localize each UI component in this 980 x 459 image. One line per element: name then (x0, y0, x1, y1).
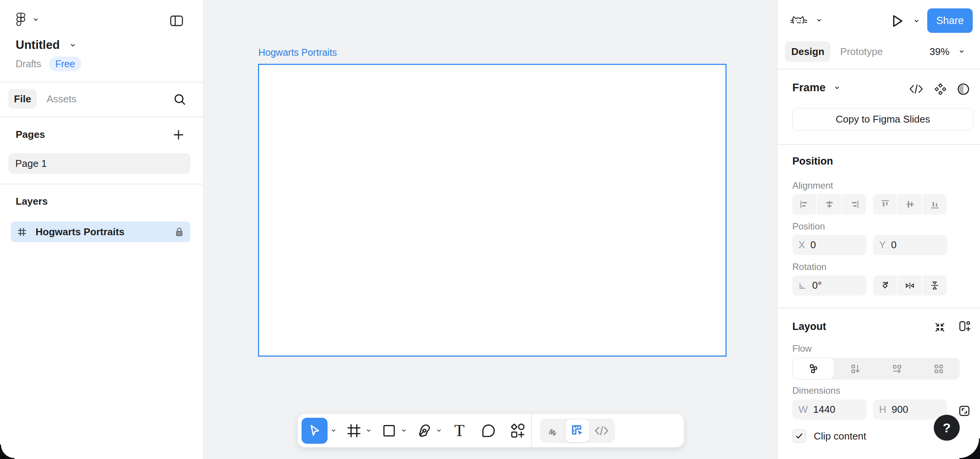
present-options-chevron-icon[interactable] (913, 18, 920, 24)
flow-grid-option[interactable] (918, 364, 960, 374)
comment-bubble-icon (481, 423, 496, 438)
draw-mode-button[interactable] (541, 419, 566, 443)
main-menu-button[interactable] (16, 13, 39, 27)
zoom-menu[interactable]: 39% (930, 41, 965, 62)
move-cursor-icon (307, 423, 322, 438)
pen-tool[interactable] (415, 419, 433, 442)
y-label: Y (879, 239, 886, 251)
help-button[interactable]: ? (934, 415, 960, 441)
y-position-input[interactable]: Y 0 (873, 235, 947, 255)
selection-type-menu[interactable]: Frame (792, 81, 840, 94)
variable-modes-icon[interactable] (957, 83, 970, 95)
align-right-button[interactable] (842, 194, 866, 215)
plan-badge[interactable]: Free (49, 57, 81, 71)
pen-icon (416, 423, 432, 439)
design-ruler-cursor-icon (571, 424, 584, 438)
breadcrumb-drafts[interactable]: Drafts (16, 58, 41, 69)
file-name: Untitled (16, 38, 60, 52)
y-value: 0 (891, 239, 896, 251)
copy-to-slides-button[interactable]: Copy to Figma Slides (792, 108, 974, 131)
actions-tool[interactable] (509, 419, 526, 442)
figma-logo-icon (16, 13, 26, 27)
mode-switcher (540, 419, 615, 443)
collapse-panel-icon[interactable] (170, 15, 183, 26)
h-label: H (879, 404, 886, 415)
layer-name: Hogwarts Portraits (36, 226, 166, 238)
width-input[interactable]: W 1440 (792, 399, 866, 420)
position-label: Position (792, 221, 825, 232)
dev-mode-code-icon (595, 426, 608, 435)
pen-tool-options-chevron[interactable] (433, 419, 445, 442)
h-value: 900 (892, 404, 908, 415)
flow-segmented-control (792, 358, 960, 380)
rotate-90-button[interactable] (873, 275, 897, 296)
clip-content-checkbox[interactable] (792, 429, 806, 443)
design-mode-button[interactable] (566, 419, 589, 442)
frame-tool-options-chevron[interactable] (363, 419, 374, 442)
frame-layer-icon (18, 228, 26, 236)
align-vertical-centers-button[interactable] (898, 194, 922, 215)
tab-assets[interactable]: Assets (47, 89, 76, 109)
angle-icon (798, 281, 807, 290)
actions-icon (509, 423, 526, 439)
flip-horizontal-button[interactable] (898, 275, 922, 296)
layers-header: Layers (16, 196, 48, 207)
height-input[interactable]: H 900 (873, 399, 947, 420)
align-left-button[interactable] (792, 194, 816, 215)
x-label: X (798, 239, 805, 251)
align-horizontal-centers-button[interactable] (817, 194, 841, 215)
component-icon[interactable] (934, 83, 947, 95)
right-inspector-panel: Share Design Prototype 39% Frame C (777, 0, 980, 459)
text-tool[interactable]: T (451, 419, 468, 442)
canvas-frame[interactable] (258, 64, 727, 357)
dev-mode-button[interactable] (589, 419, 614, 443)
layout-section-title: Layout (792, 321, 826, 333)
rectangle-tool[interactable] (380, 419, 398, 442)
chevron-down-icon (959, 48, 965, 55)
frame-icon (346, 423, 362, 438)
comment-tool[interactable] (480, 419, 497, 442)
x-position-input[interactable]: X 0 (792, 235, 866, 255)
add-page-icon[interactable] (173, 129, 184, 141)
flow-freeform-option[interactable] (792, 358, 834, 380)
move-tool-options-chevron[interactable] (328, 419, 339, 442)
align-top-button[interactable] (873, 194, 897, 215)
resize-to-fit-icon[interactable] (934, 322, 946, 333)
toolbar-divider (531, 414, 532, 448)
chevron-down-icon (834, 85, 840, 91)
dev-code-icon[interactable] (909, 84, 923, 94)
help-question-mark: ? (943, 420, 951, 435)
present-play-icon[interactable] (891, 13, 904, 29)
move-tool[interactable] (302, 418, 328, 444)
tab-file[interactable]: File (8, 89, 37, 109)
align-bottom-button[interactable] (923, 194, 947, 215)
constrain-proportions-icon[interactable] (958, 405, 970, 417)
dimensions-label: Dimensions (792, 385, 840, 396)
canvas-frame-label[interactable]: Hogwarts Portraits (258, 47, 337, 58)
share-button[interactable]: Share (927, 8, 973, 33)
pages-header: Pages (16, 129, 45, 141)
rotation-input[interactable]: 0° (792, 275, 866, 296)
flow-horizontal-option[interactable] (876, 364, 918, 374)
page-item[interactable]: Page 1 (8, 153, 190, 174)
tab-design[interactable]: Design (785, 41, 831, 62)
add-auto-layout-icon[interactable] (958, 320, 970, 332)
file-name-menu[interactable]: Untitled (16, 38, 76, 52)
cat-doodle-cursor-icon (790, 14, 808, 27)
layer-item-hogwarts-portraits[interactable]: Hogwarts Portraits (11, 221, 190, 242)
clip-content-row: Clip content (792, 429, 866, 443)
shape-tool-options-chevron[interactable] (398, 419, 409, 442)
tab-prototype[interactable]: Prototype (838, 41, 885, 62)
text-tool-icon: T (454, 422, 465, 439)
x-value: 0 (810, 239, 816, 251)
flow-label: Flow (792, 343, 812, 354)
search-icon[interactable] (174, 94, 186, 106)
frame-tool[interactable] (345, 419, 363, 442)
flip-vertical-button[interactable] (923, 275, 947, 296)
flow-vertical-option[interactable] (834, 364, 876, 374)
cursor-settings-menu[interactable] (790, 14, 822, 27)
chevron-down-icon (32, 16, 39, 23)
rotation-label: Rotation (792, 262, 826, 272)
lock-icon[interactable] (175, 227, 183, 237)
canvas-toolbar: T (297, 414, 684, 448)
